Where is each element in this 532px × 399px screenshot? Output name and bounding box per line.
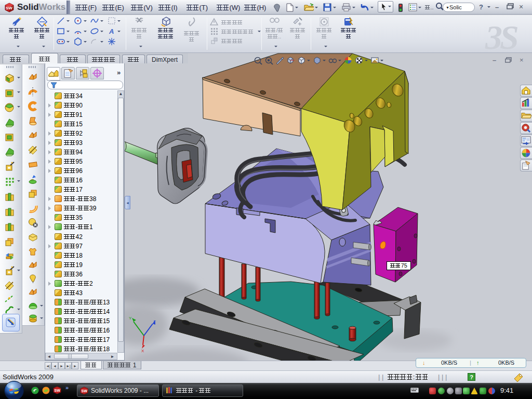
svg-text:X: X bbox=[141, 349, 144, 353]
svg-text:Y: Y bbox=[129, 316, 132, 321]
svg-text:SW: SW bbox=[55, 389, 61, 392]
svg-text:SW: SW bbox=[6, 6, 12, 10]
svg-text:SW: SW bbox=[82, 389, 88, 393]
svg-text:Z: Z bbox=[153, 320, 156, 324]
svg-text:A: A bbox=[109, 28, 114, 35]
